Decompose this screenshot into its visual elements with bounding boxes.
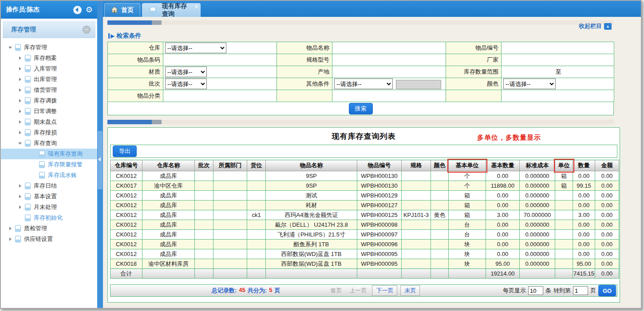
horizontal-scrollbar-top[interactable] [107, 20, 614, 25]
sidebar-item[interactable]: 供应链设置 [1, 234, 97, 244]
scrollbar-thumb[interactable] [107, 120, 152, 124]
sidebar-item[interactable]: 库存查询 [1, 138, 97, 149]
scrollbar-thumb[interactable] [107, 20, 152, 25]
sidebar-item-label: 库存流水账 [48, 171, 77, 179]
collapsed-arrow-icon[interactable] [17, 193, 23, 200]
filter-select[interactable]: --请选择-- [165, 67, 207, 77]
range-min-input[interactable] [516, 68, 556, 75]
sidebar-item[interactable]: 库存日结 [1, 181, 97, 191]
go-button[interactable]: GO [598, 285, 616, 296]
collapsed-arrow-icon[interactable] [17, 98, 23, 104]
main-area: 首页 现有库存查询 × 收起栏目 ▲ ▶ 检索条件 [103, 1, 641, 308]
filter-select[interactable]: --请选择-- [503, 79, 556, 89]
collapsed-arrow-icon[interactable] [17, 183, 23, 189]
sidebar-item[interactable]: 库存流水账 [1, 170, 97, 181]
tab-current-inventory-query[interactable]: 现有库存查询 × [142, 3, 201, 17]
close-tab-icon[interactable]: × [194, 3, 198, 10]
last-page-button[interactable]: 末页 [400, 285, 420, 296]
gear-icon[interactable]: ⚙ [86, 6, 93, 14]
table-row[interactable]: CK0012成品库西部数据(WD)蓝盘 1TBWPBH000095块0.000.… [111, 249, 619, 259]
filter-select[interactable]: --请选择-- [165, 79, 207, 89]
collapse-panel-link[interactable]: 收起栏目 ▲ [579, 22, 612, 30]
filter-select[interactable]: --请选择-- [334, 79, 393, 89]
sidebar-item[interactable]: 基本设置 [1, 191, 97, 202]
table-row[interactable]: CK0012成品库测试WPBH000129箱0.000.0000000.000.… [111, 191, 619, 201]
sidebar-item[interactable]: 出库管理 [1, 74, 97, 85]
sidebar-splitter[interactable] [97, 1, 103, 308]
first-page-link[interactable]: 首页 [328, 286, 344, 295]
tab-home-label: 首页 [121, 6, 134, 14]
sidebar-item[interactable]: 日常调整 [1, 106, 97, 117]
range-max-input[interactable] [561, 68, 601, 75]
total-cell: 7415.15 [573, 269, 595, 279]
table-row[interactable]: CK0012成品库飞利浦（PHILIPS）21.5寸WPBH000097台0.0… [111, 230, 619, 240]
field-input[interactable] [503, 55, 611, 64]
expanded-arrow-icon[interactable] [7, 44, 13, 51]
table-row[interactable]: CK0012成品库耗材WPBH000127箱0.000.0000000.000.… [111, 201, 619, 210]
total-cell [357, 269, 402, 279]
table-cell: 0.00 [573, 191, 595, 201]
table-cell: WPBH000096 [357, 240, 402, 249]
collapsed-arrow-icon[interactable] [17, 87, 23, 93]
minus-circle-icon[interactable]: − [83, 26, 91, 34]
collapsed-arrow-icon[interactable] [17, 204, 23, 210]
per-page-input[interactable] [528, 286, 543, 295]
collapsed-arrow-icon[interactable] [7, 225, 13, 232]
export-button[interactable]: 导出 [113, 146, 137, 157]
table-row[interactable]: CK0017渝中区仓库9SPWPBH000130个11898.000.00000… [111, 181, 619, 191]
table-cell: 箱 [555, 181, 573, 191]
next-page-button[interactable]: 下一页 [372, 285, 397, 296]
sidebar-item[interactable]: 库存报损 [1, 127, 97, 138]
expanded-arrow-icon[interactable] [17, 140, 23, 146]
collapsed-arrow-icon[interactable] [7, 236, 13, 242]
sidebar-item[interactable]: 库存调拨 [1, 95, 97, 106]
field-input[interactable] [165, 55, 273, 64]
sidebar-item[interactable]: 库存档案 [1, 53, 97, 63]
field-input[interactable] [334, 43, 442, 52]
collapse-up-icon[interactable]: ▲ [604, 23, 612, 30]
table-row[interactable]: CK0012成品库酷鱼系列 1TBWPBH000096块0.000.000000… [111, 240, 619, 249]
collapsed-arrow-icon[interactable] [17, 130, 23, 136]
sidebar-item[interactable]: 入库管理 [1, 63, 97, 74]
collapsed-arrow-icon[interactable] [17, 108, 23, 114]
table-cell: ck1 [247, 210, 266, 220]
splitter-collapse-arrow-icon[interactable] [98, 157, 101, 161]
search-button[interactable]: 搜索 [349, 103, 373, 114]
table-cell: 0.000000 [520, 181, 555, 191]
horizontal-scrollbar-middle[interactable] [107, 120, 614, 124]
goto-page-input[interactable] [573, 286, 588, 295]
sidebar-item[interactable]: 现有库存查询 [1, 149, 97, 159]
collapsed-arrow-icon[interactable] [17, 66, 23, 72]
table-cell: 成品库 [142, 240, 195, 249]
sidebar-item-label: 期末盘点 [34, 118, 57, 126]
field-input[interactable] [165, 91, 273, 100]
table-row[interactable]: CK0012成品库戴尔（DELL） U2417H 23.8WPBH000098台… [111, 220, 619, 230]
table-cell: WPBH000095 [357, 249, 402, 259]
sidebar-item[interactable]: 库存限量报警 [1, 159, 97, 170]
table-cell: 箱 [449, 191, 486, 201]
sidebar-item[interactable]: 期末盘点 [1, 117, 97, 127]
collapse-sidebar-icon[interactable] [73, 6, 82, 14]
sidebar-item[interactable]: 月末处理 [1, 202, 97, 213]
prev-page-link[interactable]: 上一页 [347, 286, 369, 295]
collapsed-arrow-icon[interactable] [17, 76, 23, 83]
field-input[interactable] [334, 67, 442, 76]
sidebar-item[interactable]: 借货管理 [1, 85, 97, 95]
table-row[interactable]: CK0012成品库ck1西玛A4激光金额凭证WPBH000125KPJ101-3… [111, 210, 619, 220]
collapsed-arrow-icon[interactable] [17, 55, 23, 61]
table-cell [195, 191, 213, 201]
sidebar-item[interactable]: 库存初始化 [1, 213, 97, 223]
tab-home[interactable]: 首页 [104, 3, 140, 17]
operator-bar: 操作员:陈杰 ⚙ [1, 1, 97, 19]
table-cell [195, 259, 213, 269]
field-label: 物品编号 [446, 42, 502, 54]
filter-select[interactable]: --请选择-- [165, 43, 226, 53]
field-input[interactable] [503, 43, 611, 52]
field-input[interactable] [334, 55, 442, 64]
table-row[interactable]: CK0012成品库9SPWPBH000130个0.000.000000箱0.00… [111, 171, 619, 181]
table-row[interactable]: CK0018渝中区材料库房西部数据(WD)蓝盘 1TBWPBH000095块95… [111, 259, 619, 269]
sidebar-item[interactable]: 库存管理 [1, 42, 97, 53]
collapsed-arrow-icon[interactable] [17, 119, 23, 125]
sidebar-item[interactable]: 质检管理 [1, 223, 97, 234]
total-cell: 合计 [111, 269, 142, 279]
